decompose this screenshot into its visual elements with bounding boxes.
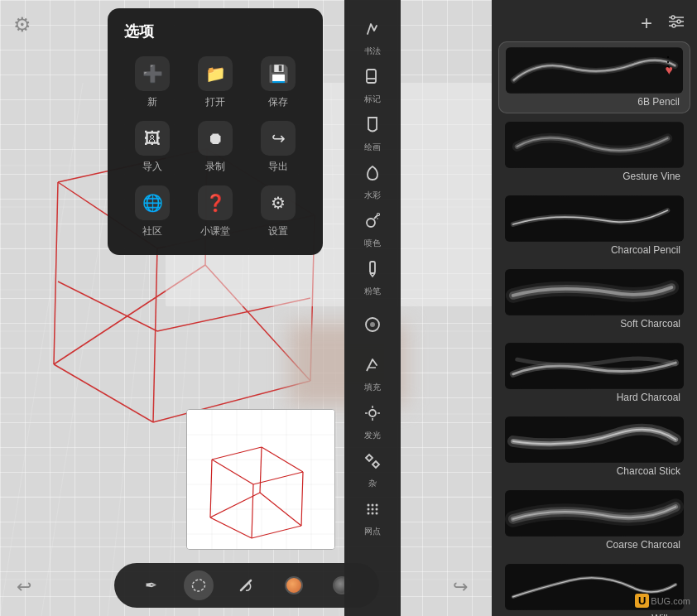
color-tool-btn[interactable] xyxy=(279,570,309,600)
side-tool-label-fill: 填充 xyxy=(364,382,381,393)
brush-more-btn[interactable]: ⋮ xyxy=(661,54,675,70)
svg-point-57 xyxy=(367,219,375,227)
brush-item-charcoal-stick[interactable]: Charcoal Stick xyxy=(498,411,690,482)
svg-point-64 xyxy=(369,410,376,416)
svg-point-63 xyxy=(370,322,375,327)
watermark-text: BUG.com xyxy=(651,596,690,606)
svg-rect-56 xyxy=(367,70,376,83)
undo-button[interactable]: ↩ xyxy=(17,576,31,598)
side-tool-label-spray: 喷色 xyxy=(364,238,381,249)
side-tool-label-paint: 绘画 xyxy=(364,142,381,153)
brush-item-gesture[interactable]: Gesture Vine xyxy=(498,117,690,187)
brush-name-6b: 6B Pencil xyxy=(506,96,683,108)
options-item-tutorial[interactable]: ❓ 小课堂 xyxy=(187,185,243,238)
options-label-record: 录制 xyxy=(205,160,225,174)
side-tool-label-dots: 网点 xyxy=(364,526,381,537)
svg-point-58 xyxy=(377,214,380,216)
side-tools-panel: 书法 标记 绘画 水彩 喷色 粉笔 填充 发光 杂 网点 xyxy=(344,0,401,616)
add-brush-button[interactable]: + xyxy=(641,12,652,35)
svg-point-71 xyxy=(376,504,378,507)
side-tool-label-mark: 标记 xyxy=(364,94,381,105)
side-tool-calligraphy[interactable]: 书法 xyxy=(351,17,394,60)
side-tool-tool7[interactable] xyxy=(351,305,394,348)
options-title: 选项 xyxy=(124,22,306,41)
brush-name-hard-charcoal: Hard Charcoal xyxy=(505,392,684,403)
brush-preview-coarse-charcoal xyxy=(505,490,684,537)
side-tool-spray[interactable]: 喷色 xyxy=(351,209,394,252)
brush-item-charcoal-pencil[interactable]: Charcoal Pencil xyxy=(498,190,690,261)
side-tool-icon-paint xyxy=(363,115,382,139)
options-label-export: 导出 xyxy=(268,160,288,174)
brush-preview-soft-charcoal xyxy=(505,269,684,315)
lasso-tool-btn[interactable] xyxy=(184,570,214,600)
side-tool-misc[interactable]: 杂 xyxy=(351,449,394,492)
svg-point-74 xyxy=(376,508,378,511)
pen-tool-btn[interactable]: ✒ xyxy=(136,570,166,600)
svg-rect-61 xyxy=(370,262,375,273)
options-label-settings: 设置 xyxy=(268,224,288,238)
side-tool-paint[interactable]: 绘画 xyxy=(351,113,394,156)
brush-item-6b[interactable]: ♥ ⋮ 6B Pencil xyxy=(498,41,690,113)
watermark-logo: U xyxy=(635,594,649,608)
side-tool-icon-chalk xyxy=(363,259,382,283)
options-item-settings[interactable]: ⚙ 设置 xyxy=(250,185,306,238)
side-tool-glow[interactable]: 发光 xyxy=(351,401,394,444)
options-item-open[interactable]: 📁 打开 xyxy=(187,56,243,109)
options-icon-new: ➕ xyxy=(135,56,170,91)
smudge-tool-btn[interactable] xyxy=(231,570,261,600)
side-tool-label-glow: 发光 xyxy=(364,430,381,441)
side-tool-icon-tool7 xyxy=(363,315,382,339)
brush-name-coarse-charcoal: Coarse Charcoal xyxy=(505,539,684,551)
brush-item-hard-charcoal[interactable]: Hard Charcoal xyxy=(498,338,690,408)
options-item-community[interactable]: 🌐 社区 xyxy=(124,185,180,238)
options-label-tutorial: 小课堂 xyxy=(200,224,230,238)
options-icon-tutorial: ❓ xyxy=(198,185,233,220)
options-grid: ➕ 新 📁 打开 💾 保存 🖼 导入 ⏺ 录制 ↪ 导出 🌐 社区 ❓ 小课堂 … xyxy=(124,56,306,238)
side-tool-watercolor[interactable]: 水彩 xyxy=(351,161,394,204)
canvas-area[interactable]: ⚙ 选项 ➕ 新 📁 打开 💾 保存 🖼 导入 ⏺ 录制 ↪ 导出 🌐 社区 ❓… xyxy=(0,0,493,616)
svg-point-59 xyxy=(375,216,377,218)
side-tool-icon-dots xyxy=(363,499,382,523)
options-label-open: 打开 xyxy=(205,95,225,109)
bottom-toolbar: ✒ xyxy=(114,563,379,608)
brush-preview-gesture xyxy=(505,122,684,168)
options-label-save: 保存 xyxy=(268,95,288,109)
side-tool-chalk[interactable]: 粉笔 xyxy=(351,257,394,300)
options-icon-save: 💾 xyxy=(261,56,296,91)
options-item-save[interactable]: 💾 保存 xyxy=(250,56,306,109)
brush-item-soft-charcoal[interactable]: Soft Charcoal xyxy=(498,264,690,334)
watermark: U BUG.com xyxy=(635,594,690,608)
adjust-brush-button[interactable] xyxy=(667,14,685,33)
side-tool-fill[interactable]: 填充 xyxy=(351,353,394,396)
options-item-import[interactable]: 🖼 导入 xyxy=(124,121,180,174)
options-icon-export: ↪ xyxy=(261,121,296,156)
svg-point-83 xyxy=(672,24,675,27)
svg-point-77 xyxy=(376,513,378,515)
svg-point-73 xyxy=(372,508,374,511)
svg-point-76 xyxy=(372,513,374,515)
redo-button[interactable]: ↪ xyxy=(453,576,468,598)
brush-preview-6b: ♥ ⋮ xyxy=(506,47,683,94)
gear-button[interactable]: ⚙ xyxy=(13,13,31,36)
svg-line-22 xyxy=(54,182,58,364)
brush-item-coarse-charcoal[interactable]: Coarse Charcoal xyxy=(498,485,690,556)
side-tool-label-watercolor: 水彩 xyxy=(364,190,381,201)
brush-preview-charcoal-pencil xyxy=(505,195,684,242)
brush-name-soft-charcoal: Soft Charcoal xyxy=(505,318,684,330)
svg-point-82 xyxy=(677,20,680,23)
side-tool-icon-misc xyxy=(363,451,382,475)
svg-line-23 xyxy=(153,248,157,422)
side-tool-label-calligraphy: 书法 xyxy=(364,46,381,57)
options-item-record[interactable]: ⏺ 录制 xyxy=(187,121,243,174)
options-item-export[interactable]: ↪ 导出 xyxy=(250,121,306,174)
side-tool-dots[interactable]: 网点 xyxy=(351,497,394,540)
options-icon-community: 🌐 xyxy=(135,185,170,220)
side-tool-icon-fill xyxy=(363,355,382,379)
svg-point-72 xyxy=(368,508,370,511)
options-icon-record: ⏺ xyxy=(198,121,233,156)
side-tool-mark[interactable]: 标记 xyxy=(351,65,394,108)
options-icon-import: 🖼 xyxy=(135,121,170,156)
options-item-new[interactable]: ➕ 新 xyxy=(124,56,180,109)
side-tool-icon-watercolor xyxy=(363,163,382,187)
options-label-import: 导入 xyxy=(142,160,162,174)
